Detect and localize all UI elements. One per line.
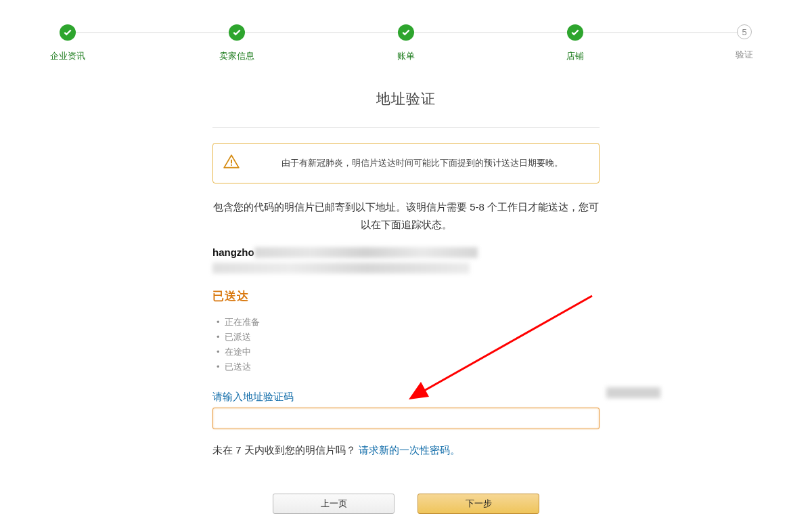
divider — [212, 127, 600, 128]
request-prefix: 未在 7 天内收到您的明信片吗？ — [212, 444, 359, 456]
status-item: 已送达 — [212, 360, 600, 374]
prev-button-label: 上一页 — [321, 498, 347, 510]
request-line: 未在 7 天内收到您的明信片吗？ 请求新的一次性密码。 — [212, 444, 600, 457]
step-verify[interactable]: 5 验证 — [724, 24, 765, 62]
request-new-otp-link[interactable]: 请求新的一次性密码。 — [359, 444, 460, 456]
step-company[interactable]: 企业资讯 — [47, 24, 88, 62]
step-label: 账单 — [397, 50, 415, 62]
warning-icon — [223, 153, 240, 173]
input-redacted — [606, 387, 660, 398]
status-list: 正在准备 已派送 在途中 已送达 — [212, 315, 600, 374]
status-item: 正在准备 — [212, 315, 600, 330]
main-panel: 地址验证 由于有新冠肺炎，明信片送达时间可能比下面提到的预计送达日期要晚。 包含… — [212, 89, 600, 514]
address-redacted-1 — [254, 247, 478, 258]
step-label: 店铺 — [566, 50, 584, 62]
step-billing[interactable]: 账单 — [386, 24, 426, 62]
check-icon — [398, 24, 414, 41]
prev-button[interactable]: 上一页 — [273, 494, 394, 514]
covid-alert: 由于有新冠肺炎，明信片送达时间可能比下面提到的预计送达日期要晚。 — [212, 143, 600, 183]
check-icon — [567, 24, 583, 41]
step-number: 5 — [737, 24, 752, 39]
alert-text: 由于有新冠肺炎，明信片送达时间可能比下面提到的预计送达日期要晚。 — [256, 157, 588, 169]
status-item: 已派送 — [212, 330, 600, 345]
svg-rect-1 — [231, 165, 232, 166]
next-button[interactable]: 下一步 — [418, 494, 539, 514]
address-name: hangzho — [212, 246, 254, 258]
step-label: 验证 — [736, 49, 753, 61]
next-button-label: 下一步 — [466, 498, 492, 510]
check-icon — [60, 24, 76, 41]
verification-code-input[interactable] — [212, 408, 600, 429]
step-label: 企业资讯 — [50, 50, 85, 62]
address-redacted-2 — [212, 263, 470, 274]
step-store[interactable]: 店铺 — [555, 24, 595, 62]
verification-code-label: 请输入地址验证码 — [212, 391, 600, 404]
svg-rect-0 — [231, 160, 232, 164]
step-seller[interactable]: 卖家信息 — [217, 24, 257, 62]
step-label: 卖家信息 — [219, 50, 254, 62]
check-icon — [229, 24, 245, 41]
button-row: 上一页 下一步 — [212, 494, 600, 514]
page-title: 地址验证 — [212, 89, 600, 108]
mailing-address: hangzho — [212, 246, 600, 274]
intro-text: 包含您的代码的明信片已邮寄到以下地址。该明信片需要 5-8 个工作日才能送达，您… — [212, 198, 600, 234]
status-item: 在途中 — [212, 345, 600, 360]
delivery-status-title: 已送达 — [212, 288, 600, 304]
progress-stepper: 企业资讯 卖家信息 账单 店铺 5 验证 — [47, 24, 765, 72]
